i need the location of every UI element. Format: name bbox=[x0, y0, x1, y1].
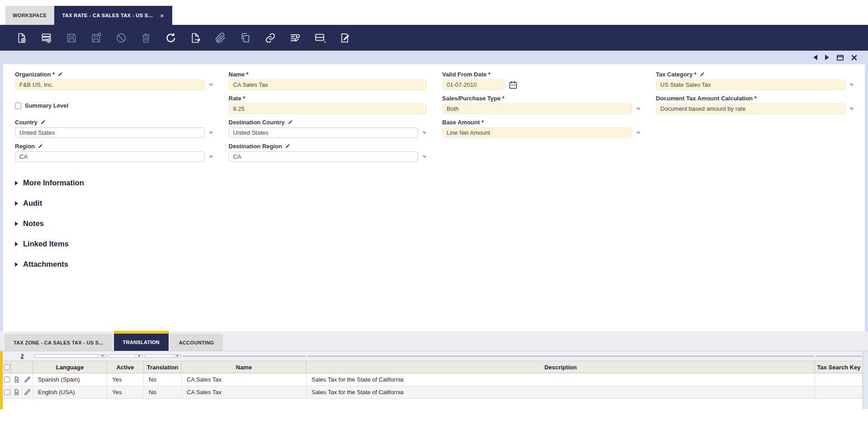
field-organization: Organization * F&B US, Inc. bbox=[15, 70, 213, 90]
edit-record-icon[interactable] bbox=[22, 386, 33, 398]
save-and-create-icon bbox=[88, 30, 104, 46]
chevron-down-icon[interactable] bbox=[135, 355, 142, 357]
select-all-checkbox[interactable] bbox=[4, 364, 10, 370]
section-linked-items[interactable]: Linked Items bbox=[15, 234, 854, 254]
view-record-icon[interactable] bbox=[11, 373, 22, 386]
chevron-down-icon[interactable] bbox=[849, 108, 854, 110]
tab-accounting[interactable]: ACCOUNTING bbox=[170, 334, 223, 351]
section-more-information[interactable]: More Information bbox=[15, 173, 854, 193]
view-record-icon[interactable] bbox=[11, 386, 22, 398]
section-attachments[interactable]: Attachments bbox=[15, 254, 854, 274]
link-icon[interactable] bbox=[262, 30, 278, 46]
chevron-down-icon[interactable] bbox=[209, 156, 213, 158]
row-checkbox[interactable] bbox=[4, 389, 10, 395]
filter-active-input[interactable] bbox=[108, 354, 143, 358]
new-record-icon[interactable] bbox=[14, 30, 30, 46]
previous-record-icon[interactable] bbox=[813, 55, 817, 60]
column-header-language[interactable]: Language bbox=[33, 361, 107, 373]
region-label: Region bbox=[15, 143, 35, 150]
chevron-down-icon[interactable] bbox=[422, 156, 427, 158]
process-icon[interactable] bbox=[287, 30, 303, 46]
name-input[interactable]: CA Sales Tax bbox=[229, 80, 427, 90]
column-header-translation[interactable]: Translation bbox=[144, 361, 182, 373]
tab-translation[interactable]: TRANSLATION bbox=[114, 331, 169, 351]
summary-level-label: Summary Level bbox=[25, 102, 68, 109]
delete-icon bbox=[138, 30, 154, 46]
chevron-down-icon[interactable] bbox=[99, 355, 106, 357]
region-combo[interactable]: CA bbox=[15, 151, 205, 162]
quick-form-icon[interactable] bbox=[337, 30, 353, 46]
rate-input[interactable]: 8.25 bbox=[229, 104, 427, 114]
tax-rate-form: Organization * F&B US, Inc. Name * CA Sa… bbox=[0, 64, 868, 331]
filter-language-input[interactable] bbox=[34, 354, 106, 358]
destination-region-combo[interactable]: CA bbox=[229, 151, 419, 162]
cell-translation: No bbox=[144, 386, 182, 398]
chevron-down-icon[interactable] bbox=[209, 132, 213, 134]
organization-combo[interactable]: F&B US, Inc. bbox=[15, 80, 205, 90]
base-amount-combo[interactable]: Line Net Amount bbox=[442, 127, 632, 138]
doc-tax-calc-combo[interactable]: Document based amount by rate bbox=[656, 104, 846, 114]
column-header-tax-search-key[interactable]: Tax Search Key bbox=[815, 361, 863, 373]
tab-tax-rate-label: TAX RATE - CA SALES TAX - US S... bbox=[62, 13, 153, 18]
cell-translation: No bbox=[144, 373, 182, 386]
copy-icon[interactable] bbox=[237, 30, 254, 46]
tab-tax-rate[interactable]: TAX RATE - CA SALES TAX - US S... × bbox=[54, 6, 173, 25]
summary-level-checkbox[interactable] bbox=[15, 103, 21, 109]
next-record-icon[interactable] bbox=[825, 55, 829, 60]
close-panel-icon[interactable] bbox=[851, 55, 857, 61]
field-destination-region: Destination Region CA bbox=[229, 142, 427, 162]
maximize-icon[interactable] bbox=[837, 55, 844, 61]
chevron-down-icon[interactable] bbox=[636, 132, 641, 134]
chevron-down-icon[interactable] bbox=[849, 84, 854, 86]
chevron-down-icon[interactable] bbox=[173, 355, 180, 357]
destination-region-label: Destination Region bbox=[229, 143, 282, 150]
destination-country-combo[interactable]: United States bbox=[229, 127, 419, 138]
base-amount-label: Base Amount * bbox=[442, 119, 484, 126]
field-tax-category: Tax Category * US State Sales Tax bbox=[656, 70, 854, 90]
window-layout-icon[interactable] bbox=[312, 30, 328, 46]
country-combo[interactable]: United States bbox=[15, 127, 205, 138]
edit-record-icon[interactable] bbox=[22, 373, 33, 386]
tax-category-combo[interactable]: US State Sales Tax bbox=[656, 80, 846, 90]
section-audit[interactable]: Audit bbox=[15, 193, 854, 213]
export-icon[interactable] bbox=[188, 30, 204, 46]
tab-close-icon[interactable]: × bbox=[160, 12, 164, 19]
filter-description-input[interactable] bbox=[307, 356, 814, 357]
section-label: Attachments bbox=[23, 260, 68, 269]
valid-from-date-input[interactable]: 01-07-2010 bbox=[442, 80, 505, 90]
field-rate: Rate * 8.25 bbox=[229, 94, 427, 114]
new-row-icon[interactable] bbox=[38, 30, 55, 46]
field-name: Name * CA Sales Tax bbox=[229, 70, 427, 90]
tab-tax-zone[interactable]: TAX ZONE - CA SALES TAX - US S... bbox=[5, 334, 113, 351]
column-header-active[interactable]: Active bbox=[107, 361, 144, 373]
chevron-down-icon[interactable] bbox=[209, 84, 213, 86]
grid-scrollbar[interactable] bbox=[863, 351, 868, 409]
filter-tax-search-key-input[interactable] bbox=[816, 356, 862, 357]
filter-translation-input[interactable] bbox=[145, 354, 181, 358]
collapse-arrow-icon bbox=[15, 242, 18, 246]
chevron-down-icon[interactable] bbox=[422, 132, 427, 134]
chevron-down-icon[interactable] bbox=[636, 108, 641, 110]
table-row[interactable]: English (USA) Yes No CA Sales Tax Sales … bbox=[3, 386, 863, 399]
ignore-changes-icon bbox=[113, 30, 129, 46]
sales-purchase-type-combo[interactable]: Both bbox=[442, 104, 632, 114]
tab-workspace[interactable]: WORKSPACE bbox=[5, 6, 54, 25]
column-header-name[interactable]: Name bbox=[182, 361, 307, 373]
cell-active: Yes bbox=[107, 373, 144, 386]
quill-icon bbox=[40, 119, 46, 125]
cell-language: Spanish (Spain) bbox=[33, 373, 107, 386]
refresh-icon[interactable] bbox=[163, 30, 179, 46]
row-checkbox[interactable] bbox=[4, 377, 10, 382]
cell-active: Yes bbox=[107, 386, 144, 398]
section-label: More Information bbox=[23, 179, 84, 187]
tab-workspace-label: WORKSPACE bbox=[13, 13, 47, 18]
tab-accounting-label: ACCOUNTING bbox=[179, 340, 214, 345]
table-row[interactable]: Spanish (Spain) Yes No CA Sales Tax Sale… bbox=[3, 373, 863, 386]
row-count-link[interactable]: 2 bbox=[11, 351, 33, 361]
quill-icon bbox=[57, 71, 63, 77]
section-notes[interactable]: Notes bbox=[15, 213, 854, 234]
filter-name-input[interactable] bbox=[183, 356, 306, 357]
calendar-icon[interactable] bbox=[509, 80, 518, 90]
column-header-description[interactable]: Description bbox=[307, 361, 815, 373]
attachment-icon[interactable] bbox=[212, 30, 229, 46]
